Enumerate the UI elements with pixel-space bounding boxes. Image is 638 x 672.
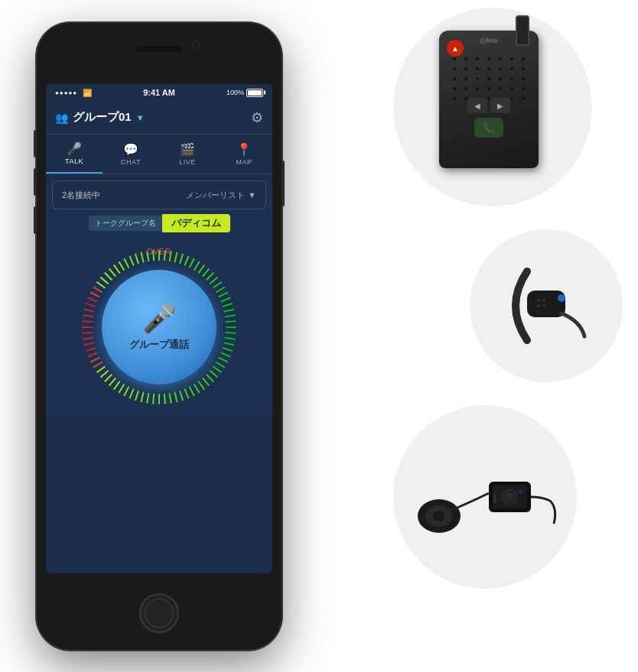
tab-map-icon: 📍 [236, 142, 252, 157]
svg-point-96 [493, 497, 496, 500]
audio-ring-container: /* inline SVG generation */ 🎤 グループ通話 [75, 243, 243, 411]
svg-line-8 [194, 262, 199, 270]
bluetooth-headset-svg [489, 248, 604, 363]
status-bar: ●●●●● 📶 9:41 AM 100% [46, 84, 272, 101]
talk-group-name: バディコム [162, 214, 230, 232]
svg-line-22 [226, 333, 236, 333]
svg-line-57 [86, 348, 95, 351]
svg-line-52 [101, 371, 108, 377]
svg-line-36 [185, 389, 189, 398]
svg-line-15 [219, 293, 227, 297]
svg-line-37 [180, 391, 183, 400]
talk-group-row: トークグループ名 バディコム [52, 214, 266, 232]
radio-device: ▲ ((∂ina [439, 31, 546, 183]
svg-line-43 [147, 394, 148, 403]
svg-line-56 [89, 353, 97, 357]
svg-point-89 [433, 511, 445, 521]
svg-point-93 [505, 492, 514, 502]
svg-point-95 [493, 494, 496, 497]
svg-rect-81 [527, 291, 565, 317]
svg-line-62 [83, 321, 92, 322]
status-time: 9:41 AM [143, 88, 175, 97]
app-header: 👥 グループ01 ▼ ⚙ [46, 101, 272, 135]
battery-pct: 100% [226, 89, 244, 96]
svg-line-58 [85, 343, 94, 346]
svg-line-28 [216, 362, 224, 367]
radio-call-button: 📞 [474, 118, 503, 138]
over-label: OVER [147, 248, 171, 256]
svg-line-10 [203, 269, 209, 276]
svg-point-83 [537, 299, 540, 302]
svg-line-72 [109, 269, 116, 276]
svg-line-34 [194, 385, 199, 392]
ptt-button[interactable]: 🎤 グループ通話 [102, 270, 216, 385]
svg-line-23 [226, 338, 235, 339]
svg-line-76 [130, 257, 134, 265]
svg-line-29 [213, 367, 221, 372]
svg-point-94 [519, 489, 523, 494]
group-chevron: ▼ [136, 113, 145, 122]
group-name: グループ01 [73, 110, 132, 125]
phone-camera [193, 41, 200, 49]
bluetooth-headset-circle [470, 229, 623, 382]
svg-line-12 [210, 278, 217, 284]
tab-bar: 🎤 TALK 💬 CHAT 🎬 LIVE 📍 MAP [46, 135, 272, 174]
svg-point-84 [542, 299, 545, 302]
tab-talk[interactable]: 🎤 TALK [46, 135, 103, 174]
radio-nav-right: ▶ [490, 98, 510, 113]
group-icon: 👥 [55, 112, 68, 124]
radio-nav-row-1: ◀ ▶ [467, 98, 510, 113]
svg-line-9 [199, 265, 204, 273]
svg-line-65 [86, 304, 95, 307]
svg-line-33 [199, 381, 204, 389]
svg-line-32 [203, 378, 209, 385]
microphone-icon: 🎤 [142, 303, 177, 335]
svg-line-4 [175, 253, 177, 262]
wired-earphone-svg [405, 424, 565, 570]
battery-bar [246, 89, 263, 97]
svg-line-47 [125, 387, 129, 395]
svg-line-11 [207, 273, 213, 279]
svg-line-74 [119, 262, 124, 270]
svg-line-27 [219, 358, 227, 362]
group-call-label: グループ通話 [129, 338, 189, 352]
phone-screen: ●●●●● 📶 9:41 AM 100% 👥 グループ01 ▼ [46, 84, 272, 573]
svg-line-59 [83, 338, 93, 339]
svg-line-39 [170, 394, 171, 403]
svg-line-71 [105, 273, 111, 279]
ptt-area: OVER [46, 237, 272, 414]
tab-live-icon: 🎬 [180, 142, 195, 157]
svg-point-82 [558, 294, 565, 302]
svg-line-38 [175, 393, 177, 402]
home-button-inner [145, 599, 174, 628]
svg-line-55 [91, 358, 99, 362]
svg-line-77 [135, 255, 138, 263]
svg-line-20 [226, 321, 236, 322]
tab-live-label: LIVE [179, 158, 196, 166]
battery-fill [248, 90, 262, 96]
svg-line-42 [153, 394, 154, 404]
svg-line-45 [135, 391, 138, 400]
svg-line-5 [180, 255, 183, 263]
svg-line-26 [221, 353, 229, 357]
connected-count: 2名接続中 [62, 190, 100, 201]
tab-chat[interactable]: 💬 CHAT [103, 135, 159, 174]
radio-nav-left: ◀ [467, 98, 487, 113]
svg-line-18 [225, 310, 234, 312]
radio-body: ▲ ((∂ina [439, 31, 539, 168]
settings-gear-icon[interactable]: ⚙ [251, 109, 263, 126]
svg-line-78 [142, 253, 144, 262]
tab-talk-icon: 🎤 [67, 141, 82, 156]
tab-chat-icon: 💬 [123, 142, 138, 157]
tab-map[interactable]: 📍 MAP [216, 135, 272, 174]
svg-line-70 [101, 278, 108, 284]
member-list-button[interactable]: メンバーリスト ▼ [186, 190, 256, 201]
home-button[interactable] [139, 593, 179, 633]
svg-line-66 [89, 298, 97, 302]
radio-nav-buttons: ◀ ▶ 📞 [467, 98, 510, 138]
connected-bar: 2名接続中 メンバーリスト ▼ [52, 180, 266, 209]
tab-live[interactable]: 🎬 LIVE [159, 135, 216, 174]
group-title-area[interactable]: 👥 グループ01 ▼ [55, 110, 145, 125]
svg-line-64 [85, 310, 94, 312]
svg-line-14 [216, 287, 224, 292]
